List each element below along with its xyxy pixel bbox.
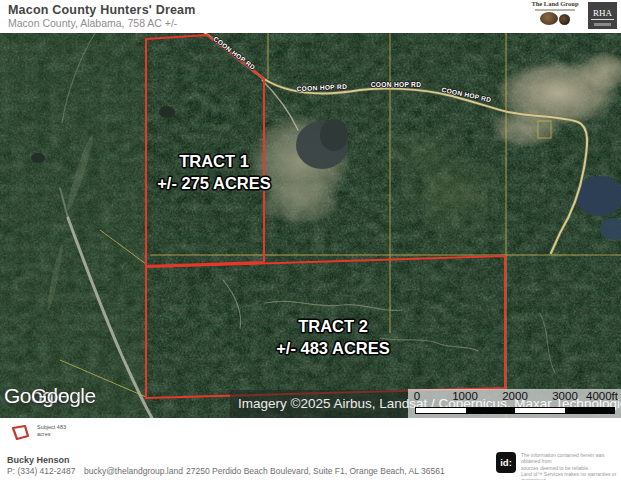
land-group-logo: The Land Group	[526, 1, 584, 27]
agent-phone: P: (334) 412-2487	[7, 466, 76, 476]
scale-tick-0: 0	[414, 390, 420, 402]
disclaimer-text: The information contained herein was obt…	[521, 452, 619, 480]
tract1-acreage-label: +/- 275 ACRES	[157, 174, 271, 192]
road-label-coon-hop-3: COON HOP RD	[371, 81, 421, 88]
google-logo[interactable]: Google Google	[4, 382, 134, 408]
tract2-name-label: TRACT 2	[298, 317, 368, 335]
scale-tick-2000: 2000	[502, 390, 528, 402]
scale-tick-3000: 3000	[552, 390, 578, 402]
scale-tick-1000: 1000	[452, 390, 478, 402]
map-canvas: COON HOP RD COON HOP RD COON HOP RD COON…	[0, 33, 621, 418]
page-subtitle: Macon County, Alabama, 758 AC +/-	[8, 17, 177, 29]
rha-logo-text: RHA	[591, 8, 614, 20]
disclaimer-line: The information contained herein was obt…	[521, 452, 619, 465]
listing-flyer-page: Macon County Hunters' Dream Macon County…	[0, 0, 621, 480]
tract2-acreage-label: +/- 483 ACRES	[276, 339, 390, 357]
agent-name: Bucky Henson	[7, 455, 70, 465]
header: Macon County Hunters' Dream Macon County…	[0, 0, 621, 33]
google-logo-ghost: Google	[31, 384, 96, 408]
land-group-tagline-bar	[535, 9, 575, 11]
disclaimer-line: Land id™ Services makes no warranties or…	[521, 471, 619, 480]
office-address: 27250 Perdido Beach Boulevard, Suite F1,…	[186, 466, 445, 476]
land-group-logo-text: The Land Group	[526, 1, 584, 8]
legend-label: Subject 483 acres	[37, 424, 81, 437]
agent-email: bucky@thelandgroup.land	[84, 466, 183, 476]
map-scale-bar: 0 1000 2000 3000 4000ft	[408, 389, 621, 418]
rha-logo-bar	[594, 23, 611, 26]
page-title: Macon County Hunters' Dream	[8, 3, 196, 17]
land-id-logo: id:	[496, 452, 516, 473]
scale-bar-segments	[415, 407, 615, 414]
subject-parcel-icon	[10, 424, 32, 442]
rha-logo: RHA	[588, 2, 617, 29]
satellite-map[interactable]: COON HOP RD COON HOP RD COON HOP RD COON…	[0, 33, 621, 418]
tract1-name-label: TRACT 1	[179, 152, 249, 170]
scale-tick-4000: 4000ft	[586, 390, 618, 402]
land-group-photo-icon	[526, 12, 584, 27]
